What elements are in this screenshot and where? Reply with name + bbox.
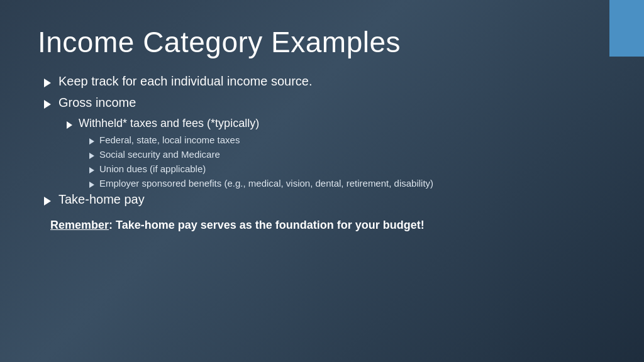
- arrow-icon-5: [89, 150, 94, 160]
- slide-title: Income Category Examples: [38, 25, 606, 59]
- remember-label: Remember: [50, 219, 109, 231]
- arrow-icon-1: [44, 75, 51, 89]
- arrow-icon-6: [89, 165, 94, 175]
- slide-container: Income Category Examples Keep track for …: [0, 0, 644, 362]
- remember-text: : Take-home pay serves as the foundation…: [109, 219, 425, 231]
- arrow-icon-8: [44, 194, 51, 207]
- remember-block: Remember: Take-home pay serves as the fo…: [44, 219, 606, 232]
- bullet-employer-benefits: Employer sponsored benefits (e.g., medic…: [44, 178, 606, 189]
- bullet-withheld: Withheld* taxes and fees (*typically): [44, 117, 606, 131]
- accent-rectangle: [609, 0, 644, 57]
- bullet-union-dues: Union dues (if applicable): [44, 163, 606, 175]
- bullet-social-security: Social security and Medicare: [44, 149, 606, 160]
- bullet-social-security-text: Social security and Medicare: [99, 149, 220, 160]
- bullet-gross-income: Gross income: [44, 96, 606, 111]
- bullet-gross-income-text: Gross income: [58, 96, 136, 110]
- bullet-take-home: Take-home pay: [44, 192, 606, 207]
- arrow-icon-4: [89, 136, 94, 146]
- bullet-keep-track: Keep track for each individual income so…: [44, 74, 606, 89]
- arrow-icon-3: [67, 118, 72, 131]
- arrow-icon-7: [89, 179, 94, 189]
- bullet-federal-text: Federal, state, local income taxes: [99, 134, 240, 145]
- bullet-keep-track-text: Keep track for each individual income so…: [58, 74, 313, 89]
- bullet-withheld-text: Withheld* taxes and fees (*typically): [79, 117, 259, 130]
- bullet-federal: Federal, state, local income taxes: [44, 134, 606, 146]
- bullet-take-home-text: Take-home pay: [58, 192, 145, 207]
- arrow-icon-2: [44, 97, 51, 111]
- bullet-union-dues-text: Union dues (if applicable): [99, 163, 206, 174]
- bullet-employer-benefits-text: Employer sponsored benefits (e.g., medic…: [99, 178, 433, 189]
- slide-content: Keep track for each individual income so…: [38, 74, 606, 232]
